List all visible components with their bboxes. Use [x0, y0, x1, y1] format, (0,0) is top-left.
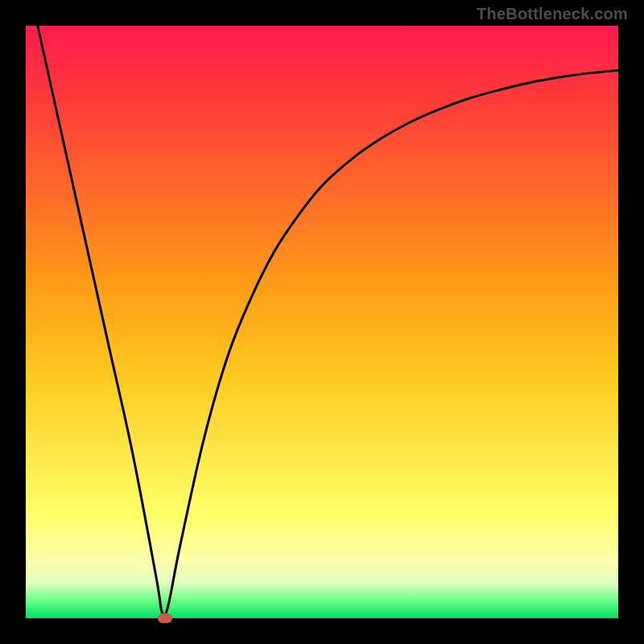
chart-frame: TheBottleneck.com [0, 0, 644, 644]
attribution-label: TheBottleneck.com [477, 5, 628, 23]
minimum-marker [158, 613, 172, 623]
plot-area [26, 26, 618, 618]
curve-path [38, 26, 618, 616]
curve-svg [26, 26, 618, 618]
